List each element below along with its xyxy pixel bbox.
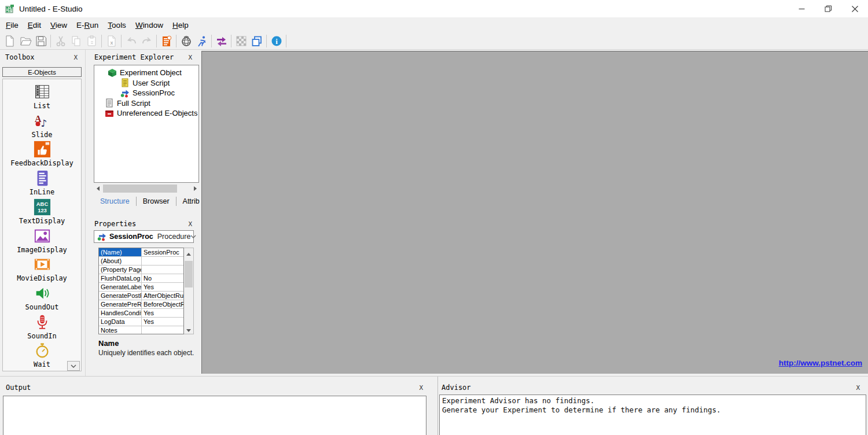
property-row[interactable]: HandlesConditiYes [99, 309, 183, 318]
menu-e-run[interactable]: E-Run [72, 19, 103, 31]
cascade-button[interactable] [249, 34, 264, 49]
toolbox-item-list-object[interactable]: List [3, 83, 81, 112]
property-row[interactable]: (Name)SessionProc [99, 248, 183, 257]
menu-window[interactable]: Window [131, 19, 168, 31]
session-proc-icon [120, 89, 133, 98]
property-row[interactable]: (About) [99, 257, 183, 266]
property-row[interactable]: (Property Page [99, 266, 183, 274]
copy-button[interactable] [68, 34, 84, 49]
tree-item-full-script[interactable]: Full Script [94, 98, 198, 109]
scroll-right-icon[interactable] [191, 184, 199, 193]
paste-button[interactable] [84, 34, 100, 49]
e-objects-header[interactable]: E-Objects [2, 67, 82, 77]
menu-view[interactable]: View [46, 19, 72, 31]
save-button[interactable] [33, 34, 49, 49]
tree-item-unreferenced-e-objects[interactable]: Unreferenced E-Objects [94, 108, 198, 119]
pstnet-link[interactable]: http://www.pstnet.com [779, 359, 862, 367]
open-button[interactable] [17, 34, 33, 49]
svg-text:♪: ♪ [41, 117, 47, 129]
chevron-down-icon [71, 364, 76, 368]
menu-tools[interactable]: Tools [103, 19, 131, 31]
experiment-tree: Experiment Object User Script SessionPro… [94, 65, 199, 183]
restore-button[interactable] [815, 0, 841, 17]
property-row[interactable]: GenerateLabelYes [99, 283, 183, 292]
title-bar: Untitled - E-Studio [0, 0, 868, 17]
property-row[interactable]: FlushDataLogNo [99, 274, 183, 283]
scroll-down-icon[interactable] [184, 325, 193, 334]
about-button[interactable]: i [269, 34, 284, 49]
cascade-windows-icon [251, 35, 263, 47]
toolbox-scroll-down-button[interactable] [67, 361, 80, 371]
scroll-up-icon[interactable] [184, 248, 193, 257]
paste-clipboard-icon [86, 35, 98, 47]
property-description: Name Uniquely identifies each object. [98, 339, 196, 374]
property-description-heading: Name [98, 339, 196, 348]
convert-button[interactable] [214, 34, 229, 49]
package-button[interactable] [178, 34, 194, 49]
output-close-button[interactable]: X [419, 384, 423, 392]
toolbox-item-feedback-display[interactable]: FeedbackDisplay [3, 141, 81, 169]
menu-help[interactable]: Help [168, 19, 193, 31]
tab-attributes[interactable]: Attributes [176, 197, 200, 206]
toolbox-item-image-display[interactable]: ImageDisplay [3, 227, 81, 256]
redo-button[interactable] [139, 34, 155, 49]
new-button[interactable] [2, 34, 17, 49]
sound-out-icon [34, 285, 51, 302]
property-row[interactable]: Notes [99, 326, 183, 334]
output-content [3, 396, 426, 435]
toolbox-item-text-display[interactable]: ABC123 TextDisplay [3, 198, 81, 227]
property-row[interactable]: GeneratePostRAfterObjectRu [99, 292, 183, 300]
toolbox-item-slide[interactable]: A♪ Slide [3, 112, 81, 141]
scrollbar-thumb[interactable] [103, 185, 177, 193]
cut-button[interactable] [53, 34, 68, 49]
unreferenced-eobjects-icon [105, 109, 117, 118]
property-row[interactable]: LogDataYes [99, 318, 183, 326]
property-row[interactable]: GeneratePreRBeforeObjectR [99, 300, 183, 309]
output-title: Output [6, 384, 31, 392]
toolbox-item-movie-display[interactable]: MovieDisplay [3, 256, 81, 285]
session-proc-icon [97, 232, 106, 241]
tree-item-session-proc[interactable]: SessionProc [94, 88, 198, 98]
run-button[interactable] [194, 34, 209, 49]
list-icon [34, 83, 51, 101]
minimize-button[interactable] [788, 0, 815, 17]
properties-close-button[interactable]: X [188, 220, 192, 228]
clear-button[interactable]: x [104, 34, 119, 49]
main-region: Toolbox X E-Objects List A♪ Slide Feedba… [0, 50, 868, 376]
advisor-close-button[interactable]: X [856, 384, 860, 392]
output-panel: Output X [0, 377, 431, 435]
menu-bar: File Edit View E-Run Tools Window Help [0, 17, 868, 32]
toolbar-separator [211, 35, 212, 47]
generate-button[interactable] [159, 34, 174, 49]
experiment-explorer-close-button[interactable]: X [188, 54, 192, 61]
toolbox-item-sound-in[interactable]: SoundIn [3, 314, 81, 342]
undo-button[interactable] [123, 34, 139, 49]
open-folder-icon [19, 35, 32, 47]
experiment-explorer-panel: Experiment Explorer X Experiment Object … [90, 50, 200, 218]
property-grid: (Name)SessionProc (About) (Property Page… [98, 248, 184, 334]
grid-button[interactable] [233, 34, 249, 49]
app-icon [5, 4, 14, 13]
close-button[interactable] [841, 0, 868, 17]
menu-edit[interactable]: Edit [23, 19, 46, 31]
toolbox-item-inline[interactable]: InLine [3, 169, 81, 198]
scrollbar-thumb[interactable] [185, 261, 193, 287]
chevron-down-icon [190, 235, 196, 238]
toolbar-separator [176, 35, 176, 47]
scroll-left-icon[interactable] [94, 184, 102, 193]
svg-text:123: 123 [38, 208, 47, 213]
tab-browser[interactable]: Browser [136, 197, 176, 206]
explorer-horizontal-scrollbar[interactable] [94, 184, 199, 193]
experiment-explorer-title: Experiment Explorer [94, 53, 174, 61]
toolbox-item-sound-out[interactable]: SoundOut [3, 285, 81, 314]
property-grid-scrollbar[interactable] [184, 248, 194, 334]
tree-item-user-script[interactable]: User Script [94, 78, 198, 89]
toolbox-close-button[interactable]: X [73, 54, 78, 61]
advisor-title: Advisor [442, 384, 471, 392]
tree-item-experiment-object[interactable]: Experiment Object [94, 68, 198, 78]
copy-pages-icon [70, 35, 83, 47]
toolbar-separator [266, 35, 267, 47]
menu-file[interactable]: File [1, 19, 23, 31]
object-selector-dropdown[interactable]: SessionProc Procedure [94, 230, 194, 243]
tab-structure[interactable]: Structure [94, 197, 136, 206]
